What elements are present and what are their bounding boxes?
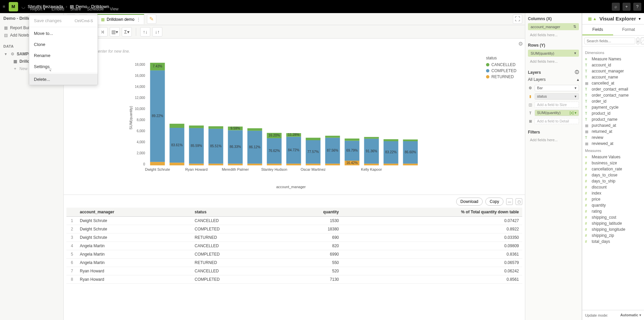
gear-icon: ⚙ bbox=[10, 52, 15, 56]
subnav-view[interactable]: View bbox=[110, 7, 118, 11]
field-item[interactable]: ≡Measure Names bbox=[585, 56, 641, 62]
field-item[interactable]: Tproduct_id bbox=[585, 110, 641, 116]
field-item[interactable]: #business_size bbox=[585, 160, 641, 166]
rows-add[interactable]: Add fields here... bbox=[528, 58, 579, 65]
sort-icon[interactable]: ⇅ bbox=[573, 24, 576, 29]
field-item[interactable]: ▦reviewed_at bbox=[585, 141, 641, 147]
field-item[interactable]: #total_days bbox=[585, 238, 641, 245]
field-item[interactable]: ▦returned_at bbox=[585, 128, 641, 135]
field-item[interactable]: Treview bbox=[585, 135, 641, 141]
subnav-schedule[interactable]: Schedule bbox=[87, 7, 104, 11]
field-item[interactable]: #shipping_cost bbox=[585, 214, 641, 220]
field-item[interactable]: ≡Measure Values bbox=[585, 154, 641, 160]
layer-bar[interactable]: ⚙Bar▾ bbox=[528, 84, 579, 92]
table-row[interactable]: 2Dwight SchruteCOMPLETED183800.8922 bbox=[66, 225, 522, 233]
columns-add[interactable]: Add fields here... bbox=[528, 32, 579, 38]
ctx-delete[interactable]: Delete... bbox=[29, 74, 98, 85]
table-row[interactable]: 3Dwight SchruteRETURNED6900.03350 bbox=[66, 233, 522, 242]
ctx-rename[interactable]: Rename bbox=[29, 50, 98, 61]
subnav-embed[interactable]: Embed bbox=[51, 7, 64, 11]
menu-icon[interactable]: ≡ bbox=[3, 4, 5, 9]
copy-button[interactable]: Copy bbox=[485, 198, 503, 206]
chart-settings-icon[interactable]: ⚙ bbox=[518, 41, 523, 47]
field-item[interactable]: Tpayment_cycle bbox=[585, 104, 641, 110]
ve-dropdown-icon[interactable]: ▾ bbox=[639, 16, 641, 21]
field-item[interactable]: Torder_contact_email bbox=[585, 86, 641, 92]
field-item[interactable]: #shipping_latitude bbox=[585, 220, 641, 226]
legend-cancelled[interactable]: CANCELLED bbox=[486, 62, 520, 67]
search-icon[interactable]: ⌕ bbox=[637, 38, 639, 44]
field-item[interactable]: #index bbox=[585, 190, 641, 196]
ctx-settings[interactable]: Settings bbox=[29, 61, 98, 72]
tb-sort-desc[interactable]: ↓↑ bbox=[152, 27, 162, 37]
table-header[interactable]: account_manager bbox=[76, 208, 191, 217]
legend-returned[interactable]: RETURNED bbox=[486, 74, 520, 79]
subnav-share[interactable]: Share bbox=[70, 7, 81, 11]
field-item[interactable]: #rating bbox=[585, 208, 641, 214]
help-icon[interactable]: ? bbox=[633, 3, 641, 11]
tb-sort-asc[interactable]: ↑↓ bbox=[140, 27, 150, 37]
app-logo[interactable]: M bbox=[9, 2, 18, 11]
update-mode-row[interactable]: Update mode: Automatic ▾ bbox=[582, 310, 644, 320]
field-item[interactable]: #price bbox=[585, 196, 641, 202]
field-item[interactable]: #days_to_close bbox=[585, 172, 641, 178]
columns-field[interactable]: account_manager⇅ bbox=[528, 23, 579, 30]
layer-status[interactable]: ▮status▾ bbox=[528, 92, 579, 101]
svg-text:SUM(quantity): SUM(quantity) bbox=[129, 106, 133, 129]
filters-add[interactable]: Add fields here... bbox=[528, 137, 579, 143]
table-header[interactable]: status bbox=[191, 208, 280, 217]
table-row[interactable]: 6Angela MartinRETURNED5500.06579 bbox=[66, 259, 522, 267]
format-tab[interactable]: Format bbox=[613, 24, 644, 35]
layer-detail[interactable]: ⊞Add a field to Detail bbox=[528, 117, 579, 125]
dropdown-icon[interactable]: ▾ bbox=[574, 51, 576, 55]
tab-menu-icon[interactable]: ⋮ bbox=[137, 17, 141, 22]
field-item[interactable]: #discount bbox=[585, 184, 641, 190]
field-item[interactable]: #cancellation_rate bbox=[585, 166, 641, 172]
tab-drilldown-demo[interactable]: ▦ Drilldown demo ⋮ bbox=[97, 14, 144, 24]
field-item[interactable]: ▦cancelled_at bbox=[585, 80, 641, 86]
add-icon[interactable]: + bbox=[623, 3, 631, 11]
tab-add[interactable]: ✎ bbox=[147, 14, 156, 24]
fields-tab[interactable]: Fields bbox=[582, 24, 613, 35]
layer-sumq[interactable]: TSUM(quantity)[x] ▾ bbox=[528, 109, 579, 117]
tb-swap[interactable]: ⤭ bbox=[98, 27, 108, 37]
field-item[interactable]: Torder_contact_name bbox=[585, 92, 641, 98]
field-item[interactable]: Tproduct_name bbox=[585, 116, 641, 122]
filter-icon[interactable]: ⋰ bbox=[641, 38, 644, 44]
all-layers[interactable]: All Layers▴ bbox=[528, 77, 579, 82]
table-header[interactable]: % of Total quantity down table bbox=[342, 208, 522, 217]
field-item[interactable]: #days_to_ship bbox=[585, 178, 641, 184]
table-row[interactable]: 4Angela MartinCANCELLED8200.09809 bbox=[66, 242, 522, 250]
field-item[interactable]: #shipping_longitude bbox=[585, 226, 641, 232]
ctx-save[interactable]: Save changesCtrl/Cmd-S bbox=[29, 15, 98, 26]
subnav-report[interactable]: Report ▾ bbox=[30, 7, 45, 11]
table-row[interactable]: 7Ryan HowardCANCELLED5200.06242 bbox=[66, 267, 522, 275]
field-item[interactable]: #shipping_zip bbox=[585, 232, 641, 238]
field-item[interactable]: Taccount_id bbox=[585, 62, 641, 68]
expand-icon[interactable]: ▢ bbox=[516, 198, 522, 205]
search-icon[interactable]: ⌕ bbox=[612, 3, 620, 11]
table-row[interactable]: 8Ryan HowardCOMPLETED71300.8561 bbox=[66, 275, 522, 284]
tb-bars[interactable]: ▥▾ bbox=[110, 27, 120, 37]
fullscreen-icon[interactable]: ⛶ bbox=[513, 14, 522, 24]
chart-description[interactable]: escription. Shift-enter for new line. bbox=[69, 49, 520, 54]
rows-field[interactable]: SUM(quantity)▾ bbox=[528, 50, 579, 57]
ctx-clone[interactable]: Clone bbox=[29, 39, 98, 50]
table-row[interactable]: 1Dwight SchruteCANCELLED15300.07427 bbox=[66, 217, 522, 225]
table-row[interactable]: 5Angela MartinCOMPLETED69900.8361 bbox=[66, 250, 522, 259]
tb-sum[interactable]: Σ▾ bbox=[122, 27, 132, 37]
download-button[interactable]: Download bbox=[456, 198, 483, 206]
info-icon[interactable]: ⓘ bbox=[575, 69, 579, 75]
field-item[interactable]: Taccount_name bbox=[585, 74, 641, 80]
field-item[interactable]: Torder_id bbox=[585, 98, 641, 104]
search-fields-input[interactable] bbox=[584, 38, 635, 44]
table-header[interactable]: quantity bbox=[280, 208, 342, 217]
field-item[interactable]: ▦purchased_at bbox=[585, 122, 641, 128]
field-item[interactable]: Taccount_manager bbox=[585, 68, 641, 74]
field-item[interactable]: #quantity bbox=[585, 202, 641, 208]
collapse-icon[interactable]: — bbox=[506, 198, 513, 205]
legend-completed[interactable]: COMPLETED bbox=[486, 68, 520, 73]
ctx-move[interactable]: Move to... bbox=[29, 28, 98, 39]
layer-size[interactable]: ◫Add a field to Size bbox=[528, 101, 579, 109]
svg-text:18,000: 18,000 bbox=[135, 63, 145, 66]
